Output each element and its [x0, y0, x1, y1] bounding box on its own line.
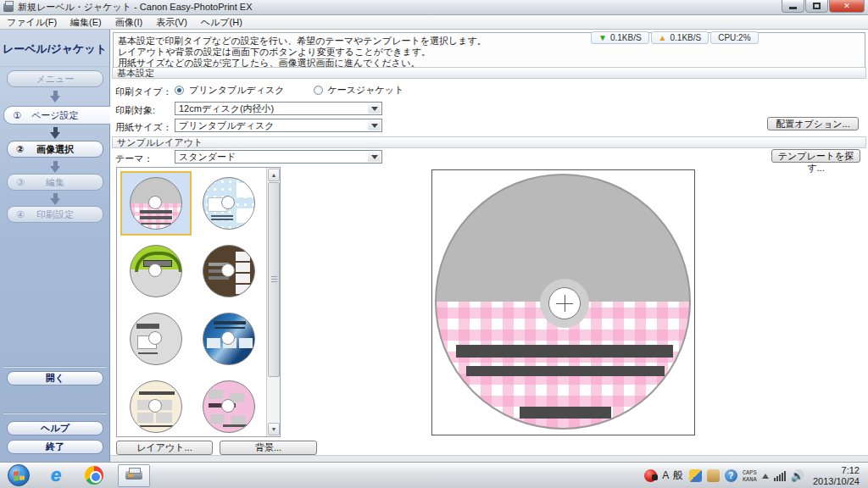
disc-hub — [148, 399, 162, 413]
dropdown-arrow-icon — [368, 120, 381, 130]
taskbar-clock[interactable]: 7:12 2013/10/24 — [813, 465, 860, 487]
windows-logo-icon — [14, 470, 25, 480]
volume-icon[interactable]: 🔊 — [791, 469, 804, 482]
caps-kana-indicator[interactable]: CAPS KANA — [743, 469, 757, 483]
clock-time: 7:12 — [842, 465, 860, 475]
find-template-button[interactable]: テンプレートを探す... — [771, 149, 860, 163]
instruction-line-2: レイアウトや背景の設定は画面下のボタンより変更することができます。 — [118, 47, 865, 58]
thumbnail-disc — [203, 245, 255, 297]
chrome-icon — [85, 466, 103, 485]
step-label: 印刷設定 — [36, 208, 74, 221]
thumbnail-brown-photo-grid[interactable] — [193, 239, 264, 303]
sidebar: レーベル/ジャケット メニュー ① ページ設定 ② 画像選択 ③ 編集 ④ 印刷… — [0, 30, 110, 462]
step-number: ② — [16, 144, 24, 155]
thumbnail-blue-polka-dot[interactable] — [193, 171, 264, 236]
thumbnail-cream-frames[interactable] — [120, 374, 192, 439]
thumbnail-grid — [117, 168, 266, 436]
taskbar-active-app-button[interactable] — [118, 464, 150, 487]
restore-button[interactable] — [805, 0, 828, 13]
ime-help-icon[interactable]: ? — [725, 469, 737, 482]
upload-speed: 0.1KB/S — [670, 33, 702, 42]
thumbnail-scrollbar[interactable]: ▲ ▼ — [266, 168, 280, 436]
paper-size-dropdown[interactable]: プリンタブルディスク — [175, 119, 382, 132]
radio-case-jacket[interactable] — [314, 86, 323, 95]
background-button[interactable]: 背景... — [220, 441, 317, 455]
thumbnail-green-arch[interactable] — [120, 239, 192, 303]
step-label: 画像選択 — [36, 143, 74, 156]
minimize-button[interactable] — [782, 0, 804, 13]
radio-printable-disc[interactable] — [175, 86, 184, 95]
taskbar-ie-button[interactable]: e — [44, 464, 68, 486]
ime-palette-icon[interactable] — [689, 469, 702, 482]
dropdown-arrow-icon — [368, 152, 381, 162]
thumbnail-disc — [203, 380, 255, 433]
kana-label: KANA — [743, 476, 757, 483]
disc-hub — [540, 279, 589, 328]
step-edit: ③ 編集 — [7, 174, 103, 191]
disc-preview — [435, 174, 691, 430]
disc-hub — [221, 263, 235, 277]
thumbnail-pink-frames[interactable] — [193, 374, 264, 439]
layout-button[interactable]: レイアウト... — [116, 441, 213, 455]
clock-date: 2013/10/24 — [813, 476, 860, 486]
radio-case-jacket-label: ケースジャケット — [328, 84, 404, 97]
menu-edit[interactable]: 編集(E) — [64, 15, 108, 29]
help-button[interactable]: ヘルプ — [7, 421, 103, 435]
theme-value: スタンダード — [179, 152, 236, 162]
menu-view[interactable]: 表示(V) — [149, 15, 194, 29]
ime-toolbox-icon[interactable] — [707, 469, 720, 482]
close-icon: ✕ — [843, 2, 850, 10]
menu-file[interactable]: ファイル(F) — [0, 15, 64, 29]
radio-printable-disc-label: プリンタブルディスク — [189, 84, 285, 97]
minimize-icon — [789, 7, 797, 9]
print-target-value: 12cmディスク(内径小) — [179, 103, 274, 114]
dropdown-arrow-icon — [368, 103, 381, 114]
exit-button-label: 終了 — [46, 441, 64, 453]
text-placeholder-bar — [456, 345, 673, 358]
window-bottom-edge — [110, 455, 868, 462]
thumbnail-disc — [130, 177, 182, 230]
cpu-usage-chip: CPU:2% — [710, 31, 758, 44]
restore-icon — [813, 3, 821, 9]
sample-layout-header: サンプルレイアウト — [112, 136, 866, 148]
thumbnail-disc — [130, 380, 182, 433]
close-button[interactable]: ✕ — [829, 0, 865, 13]
show-hidden-icons-button[interactable] — [762, 470, 769, 479]
placement-options-button[interactable]: 配置オプション... — [767, 117, 859, 130]
start-button[interactable] — [8, 464, 30, 486]
scrollbar-thumb[interactable] — [268, 182, 280, 377]
scroll-down-button[interactable]: ▼ — [268, 423, 280, 435]
menu-help[interactable]: ヘルプ(H) — [194, 15, 249, 29]
exit-button[interactable]: 終了 — [7, 440, 103, 454]
thumbnail-blue-abstract[interactable] — [193, 307, 264, 371]
menu-image[interactable]: 画像(I) — [108, 15, 149, 29]
thumbnail-gray-simple[interactable] — [120, 307, 192, 371]
thumbnail-pink-gingham[interactable] — [120, 171, 192, 236]
disc-hub — [148, 196, 162, 209]
print-target-dropdown[interactable]: 12cmディスク(内径小) — [175, 102, 382, 115]
system-tray: A 般 ? CAPS KANA 🔊 7:12 2013/10/24 — [644, 463, 865, 488]
step-number: ③ — [16, 177, 25, 188]
disc-hub-plus-icon — [548, 287, 581, 319]
print-target-label: 印刷対象: — [115, 104, 155, 117]
step-label: 編集 — [46, 176, 64, 189]
menu-step-button: メニュー — [7, 70, 103, 87]
disc-hub — [148, 263, 162, 277]
step-print-settings: ④ 印刷設定 — [7, 206, 103, 223]
step-image-select[interactable]: ② 画像選択 — [7, 141, 103, 158]
taskbar-chrome-button[interactable] — [82, 464, 106, 486]
step-label: ページ設定 — [31, 109, 79, 122]
scroll-up-button[interactable]: ▲ — [268, 169, 280, 181]
ime-mode-indicator[interactable]: A 般 — [662, 469, 684, 483]
tray-app-icon[interactable] — [644, 469, 657, 482]
basic-settings-header: 基本設定 — [112, 67, 866, 79]
window-title: 新規レーベル・ジャケット - Canon Easy-PhotoPrint EX — [18, 1, 253, 14]
step-page-setup[interactable]: ① ページ設定 — [3, 106, 110, 125]
thumbnail-disc — [203, 313, 255, 365]
printer-app-icon — [125, 471, 142, 480]
theme-dropdown[interactable]: スタンダード — [175, 150, 382, 164]
menu-bar: ファイル(F) 編集(E) 画像(I) 表示(V) ヘルプ(H) — [0, 15, 868, 30]
text-placeholder-bar — [466, 366, 665, 376]
open-button[interactable]: 開く — [7, 371, 103, 385]
network-signal-icon[interactable] — [774, 471, 786, 481]
